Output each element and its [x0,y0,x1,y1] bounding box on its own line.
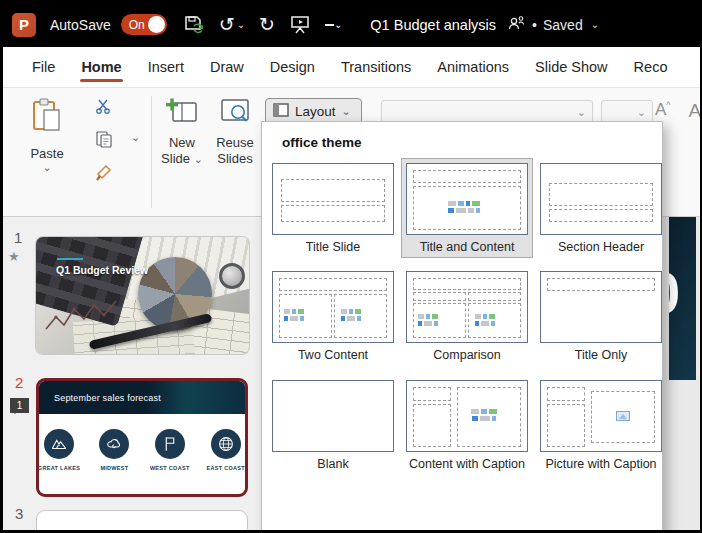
layout-thumb [540,163,662,235]
tab-slide-show[interactable]: Slide Show [522,50,621,84]
autosave-toggle[interactable]: On [121,14,167,35]
new-slide-icon [165,112,199,129]
slide-thumbnail-panel: 1 ★ Q1 Budget Review 2 1 [3,217,263,533]
people-presence-icon [506,14,526,35]
tab-design[interactable]: Design [257,50,328,84]
combo-chevron-icon: ⌄ [637,106,646,119]
increase-font-size-button[interactable]: A^ [655,100,671,122]
powerpoint-window: P AutoSave On ↺⌄ ↻ [0,0,702,533]
reuse-slides-icon [218,112,252,129]
toggle-knob [148,16,165,33]
saved-bullet: • [532,17,537,33]
slide-2-title: September sales forecast [54,393,161,403]
tab-record[interactable]: Reco [621,50,681,84]
layout-option-title-only[interactable]: Title Only [535,266,663,366]
layout-option-title-slide[interactable]: Title Slide [267,158,399,258]
layout-option-content-with-caption[interactable]: Content with Caption [401,375,533,475]
layout-chevron-icon: ⌄ [342,105,351,118]
slide-2-number: 2 [15,374,23,391]
new-slide-label: New Slide ⌄ [158,135,206,168]
layout-option-title-and-content[interactable]: Title and Content [401,158,533,258]
region-east-coast: EAST COAST [207,429,245,471]
tab-file[interactable]: File [19,50,68,84]
title-bar: P AutoSave On ↺⌄ ↻ [3,2,700,47]
clipboard-small-buttons [95,98,113,185]
redo-button[interactable]: ↻ [259,15,275,34]
font-size-buttons: A^ A [655,100,701,122]
layout-icon [273,103,289,120]
slide-3-number: 3 [15,505,23,522]
globe-icon [211,429,241,459]
slide-big-text-partial: 0 [669,259,680,326]
decrease-font-size-button[interactable]: A [689,100,702,122]
slide-1-number: 1 [14,229,22,246]
autosave-label: AutoSave [50,17,111,33]
cloud-icon [99,429,129,459]
layout-dropdown-menu: office theme Title Slide Tit [261,121,663,533]
layout-thumb [540,271,662,343]
region-midwest: MIDWEST [96,429,133,471]
slide-3-thumbnail[interactable] [36,510,248,533]
slide-1-transition-star-icon: ★ [8,249,20,264]
format-painter-button[interactable] [95,164,113,185]
powerpoint-logo-icon[interactable]: P [12,13,36,37]
ribbon-tabs: File Home Insert Draw Design Transitions… [3,47,700,87]
layout-theme-header: office theme [282,135,662,150]
tab-transitions[interactable]: Transitions [328,50,424,84]
tab-insert[interactable]: Insert [135,50,197,84]
start-slideshow-icon[interactable] [289,14,311,35]
tab-draw[interactable]: Draw [197,50,257,84]
compass-decor [219,263,245,289]
mountains-icon [44,429,74,459]
layout-option-two-content[interactable]: Two Content [267,266,399,366]
tab-animations[interactable]: Animations [424,50,522,84]
layout-thumb [406,271,528,343]
layout-option-comparison[interactable]: Comparison [401,266,533,366]
customize-toolbar-chevron[interactable]: ⌄ [325,22,342,27]
saved-status[interactable]: • Saved ⌄ [506,14,599,35]
layout-option-picture-with-caption[interactable]: Picture with Caption [535,375,663,475]
combo-chevron-icon: ⌄ [577,106,586,119]
layout-button-label: Layout [295,104,336,119]
flag-icon [155,429,185,459]
saved-chevron-icon: ⌄ [591,19,599,30]
quick-access-toolbar: ↺⌄ ↻ ⌄ [183,14,343,35]
cut-button[interactable] [95,98,113,118]
paste-label: Paste [30,146,63,161]
paste-chevron-icon: ⌄ [42,161,51,174]
paste-clipboard-icon [30,96,64,138]
layout-grid: Title Slide Title and Content [262,152,662,475]
layout-thumb [540,380,662,452]
layout-thumb [406,163,528,235]
reuse-slides-button[interactable]: Reuse Slides [210,96,260,168]
slide-1-thumbnail[interactable]: Q1 Budget Review [36,237,249,354]
slide-2-thumbnail-selected[interactable]: September sales forecast GREAT LAKES MID… [36,378,248,497]
copy-button[interactable] [95,130,113,152]
line-chart-decor [42,295,122,337]
layout-thumb [272,271,394,343]
picture-placeholder-icon [616,411,630,421]
paste-options-chevron-icon[interactable]: ⌄ [131,131,140,144]
layout-thumb [406,380,528,452]
undo-button[interactable]: ↺⌄ [219,15,245,34]
region-icons-row: GREAT LAKES MIDWEST WEST COAST [39,429,245,471]
saved-label: Saved [543,17,583,33]
region-west-coast: WEST COAST [150,429,190,471]
save-sync-icon[interactable] [183,15,205,35]
layout-thumb [272,163,394,235]
autosave-toggle-state: On [129,18,145,32]
layout-option-section-header[interactable]: Section Header [535,158,663,258]
slide-1-title: Q1 Budget Review [56,264,148,276]
document-title[interactable]: Q1 Budget analysis [370,17,496,33]
group-divider [151,96,152,208]
region-great-lakes: GREAT LAKES [39,429,79,471]
reuse-slides-label: Reuse Slides [210,135,260,168]
slide-2-title-band: September sales forecast [39,381,245,414]
layout-thumb [272,380,394,452]
new-slide-button[interactable]: New Slide ⌄ [158,96,206,168]
current-slide-partial: 0 [669,217,696,380]
slide-2-animation-badge: 1 [10,398,29,413]
paste-button[interactable]: Paste ⌄ [21,96,73,196]
layout-option-blank[interactable]: Blank [267,375,399,475]
tab-home[interactable]: Home [68,50,134,84]
